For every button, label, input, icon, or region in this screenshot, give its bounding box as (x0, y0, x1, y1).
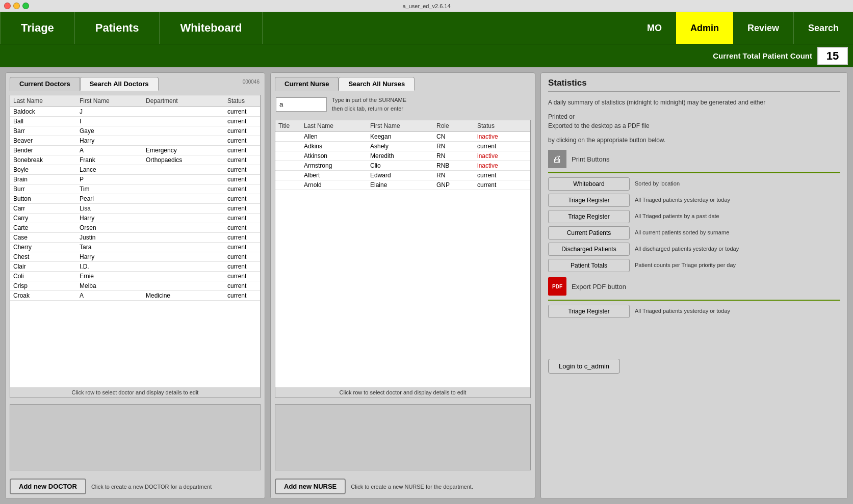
nurses-table-container: Title Last Name First Name Role Status A… (275, 120, 531, 398)
tab-current-doctors[interactable]: Current Doctors (10, 77, 80, 91)
nav-tab-mo[interactable]: MO (633, 12, 676, 44)
table-row[interactable]: Ball I current (10, 117, 260, 126)
table-row[interactable]: Bender A Emergency current (10, 146, 260, 155)
table-row[interactable]: Burr Tim current (10, 184, 260, 194)
table-row[interactable]: Beaver Harry current (10, 136, 260, 146)
table-row[interactable]: Boyle Lance current (10, 165, 260, 175)
stats-btn-row: Discharged Patients All discharged patie… (548, 243, 840, 256)
minimize-btn[interactable] (13, 3, 20, 9)
stats-button[interactable]: Current Patients (548, 226, 630, 240)
table-row[interactable]: Adkins Ashely RN current (275, 142, 530, 151)
export-pdf-label: Export PDF button (572, 283, 626, 290)
col-status: Status (477, 122, 523, 129)
table-row[interactable]: Barr Gaye current (10, 126, 260, 136)
statistics-desc1: A daily summary of statistics (midnight … (548, 98, 840, 107)
patient-count-label: Current Total Patient Count (713, 51, 812, 60)
table-row[interactable]: Allen Keegan CN inactive (275, 132, 530, 142)
table-row[interactable]: Baldock J current (10, 107, 260, 117)
title-bar: a_user_ed_v2.6.14 (0, 0, 853, 12)
stats-note: Sorted by location (635, 180, 680, 188)
stats-button[interactable]: Patient Totals (548, 259, 630, 272)
stats-note: All discharged patients yesterday or tod… (635, 245, 739, 253)
stats-note: All current patients sorted by surname (635, 229, 729, 236)
doctors-table-scroll[interactable]: Baldock J current Ball I current Barr Ga… (10, 107, 260, 387)
stats-note: All Triaged patients yesterday or today (635, 196, 730, 204)
nav-right: MO Admin Review Search (633, 12, 853, 44)
col-firstname: First Name (80, 97, 146, 104)
statistics-title: Statistics (548, 78, 840, 92)
table-row[interactable]: Arnold Elaine GNP current (275, 180, 530, 190)
maximize-btn[interactable] (22, 3, 29, 9)
pdf-divider (548, 300, 840, 301)
stats-button[interactable]: Triage Register (548, 194, 630, 207)
nurses-tabs: Current Nurse Search All Nurses (271, 73, 535, 91)
table-row[interactable]: Carte Orsen current (10, 223, 260, 233)
table-row[interactable]: Clair I.D. current (10, 262, 260, 272)
stats-btn-row: Patient Totals Patient counts per Triage… (548, 259, 840, 272)
table-row[interactable]: Carry Harry current (10, 214, 260, 223)
export-note: All Triaged patients yesterday or today (635, 307, 730, 315)
table-row[interactable]: Case Justin current (10, 233, 260, 243)
statistics-desc2: Printed or Exported to the desktop as a … (548, 112, 840, 130)
col-title: Title (278, 122, 304, 129)
table-row[interactable]: Croak A Medicine current (10, 291, 260, 301)
stats-btn-row: Triage Register All Triaged patients yes… (548, 194, 840, 207)
table-row[interactable]: Brain P current (10, 175, 260, 184)
doctors-edit-area (10, 404, 261, 470)
table-row[interactable]: Armstrong Clio RNB inactive (275, 161, 530, 171)
col-lastname: Last Name (304, 122, 370, 129)
nurses-table-header: Title Last Name First Name Role Status (275, 120, 530, 132)
tab-current-nurse[interactable]: Current Nurse (275, 77, 339, 91)
add-nurse-button[interactable]: Add new NURSE (275, 479, 346, 494)
stats-btn-row: Whiteboard Sorted by location (548, 177, 840, 191)
doctors-row-hint: Click row to select doctor and display d… (10, 387, 260, 397)
col-lastname: Last Name (13, 97, 80, 104)
table-row[interactable]: Atkinson Meredith RN inactive (275, 151, 530, 161)
nav-tab-patients[interactable]: Patients (75, 12, 160, 44)
window-controls[interactable] (4, 3, 29, 9)
tab-search-doctors[interactable]: Search All Doctors (80, 77, 159, 91)
table-row[interactable]: Chest Harry current (10, 252, 260, 262)
nav-tab-triage[interactable]: Triage (0, 12, 75, 44)
table-row[interactable]: Button Pearl current (10, 194, 260, 204)
doctors-tabs: Current Doctors Search All Doctors 00004… (6, 73, 265, 91)
nurses-row-hint: Click row to select doctor and display d… (275, 387, 530, 397)
nurses-table-scroll[interactable]: Allen Keegan CN inactive Adkins Ashely R… (275, 132, 530, 387)
stats-button[interactable]: Triage Register (548, 210, 630, 223)
stats-button[interactable]: Whiteboard (548, 177, 630, 191)
nurses-panel-bottom: Add new NURSE Click to create a new NURS… (271, 474, 535, 498)
table-row[interactable]: Cherry Tara current (10, 243, 260, 252)
col-firstname: First Name (370, 122, 436, 129)
add-doctor-button[interactable]: Add new DOCTOR (10, 479, 86, 494)
nurse-search-area: Type in part of the SURNAME then click t… (271, 91, 535, 116)
table-row[interactable]: Bonebreak Frank Orthopaedics current (10, 155, 260, 165)
print-row: 🖨 Print Buttons (548, 150, 840, 168)
stats-button[interactable]: Discharged Patients (548, 243, 630, 256)
pdf-row: PDF Export PDF button (548, 277, 840, 296)
doctors-panel: Current Doctors Search All Doctors 00004… (5, 72, 265, 499)
col-role: Role (436, 122, 477, 129)
table-row[interactable]: Albert Edward RN current (275, 171, 530, 180)
patient-count-value: 15 (817, 47, 848, 65)
statistics-panel: Statistics A daily summary of statistics… (540, 72, 848, 499)
close-btn[interactable] (4, 3, 11, 9)
tab-search-nurses[interactable]: Search All Nurses (339, 77, 415, 91)
nurses-panel: Current Nurse Search All Nurses Type in … (270, 72, 535, 499)
stats-btn-row: Triage Register All Triaged patients by … (548, 210, 840, 223)
printer-icon: 🖨 (548, 150, 566, 168)
nav-tab-search[interactable]: Search (793, 12, 853, 44)
login-button[interactable]: Login to c_admin (548, 359, 620, 374)
add-nurse-hint: Click to create a new NURSE for the depa… (351, 484, 473, 490)
panel-id: 000046 (243, 79, 260, 85)
nurse-search-input[interactable] (276, 97, 327, 112)
export-button[interactable]: Triage Register (548, 305, 630, 318)
nav-tab-admin[interactable]: Admin (676, 12, 733, 44)
col-status: Status (227, 97, 261, 104)
table-row[interactable]: Carr Lisa current (10, 204, 260, 214)
table-row[interactable]: Crisp Melba current (10, 281, 260, 291)
nurses-edit-area (275, 404, 531, 470)
nav-tab-review[interactable]: Review (733, 12, 793, 44)
doctors-table-header: Last Name First Name Department Status (10, 95, 260, 107)
nav-tab-whiteboard[interactable]: Whiteboard (160, 12, 263, 44)
table-row[interactable]: Coli Ernie current (10, 272, 260, 281)
